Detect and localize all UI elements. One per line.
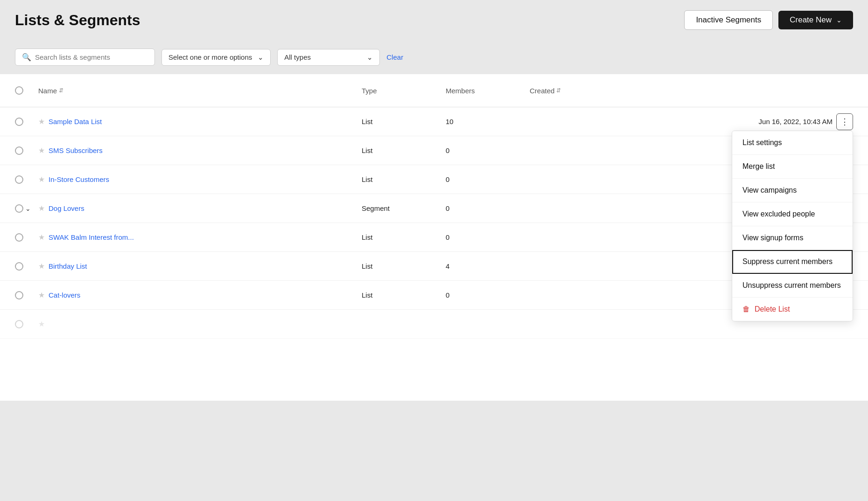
row-members: 0 — [446, 291, 449, 299]
row-checkbox[interactable] — [15, 204, 23, 213]
create-new-button[interactable]: Create New ⌄ — [778, 11, 853, 29]
row-checkbox[interactable] — [15, 175, 23, 184]
select-options-dropdown[interactable]: Select one or more options ⌄ — [161, 49, 271, 66]
row-members: 4 — [446, 262, 449, 270]
table-row: ★ Sample Data List List 10 Jun 16, 2022,… — [0, 107, 868, 136]
star-icon[interactable]: ★ — [38, 320, 45, 328]
star-icon[interactable]: ★ — [38, 146, 45, 155]
row-type: List — [362, 118, 372, 125]
all-types-dropdown[interactable]: All types ⌄ — [277, 49, 380, 66]
context-menu: List settings Merge list View campaigns … — [732, 131, 853, 321]
chevron-down-icon: ⌄ — [258, 53, 264, 62]
row-type: List — [362, 175, 372, 183]
col-header-members: Members — [446, 87, 530, 95]
context-menu-item-suppress-current[interactable]: Suppress current members — [732, 250, 853, 274]
row-checkbox[interactable] — [15, 146, 23, 155]
col-header-created: Created ⇵ — [530, 87, 853, 95]
row-checkbox[interactable] — [15, 118, 23, 126]
row-checkbox[interactable] — [15, 320, 23, 328]
content-area: Name ⇵ Type Members Created ⇵ ★ Sample D… — [0, 74, 868, 401]
row-type: List — [362, 262, 372, 270]
context-menu-item-view-excluded[interactable]: View excluded people — [732, 202, 853, 226]
inactive-segments-button[interactable]: Inactive Segments — [684, 10, 773, 30]
expand-chevron-icon[interactable]: ⌄ — [25, 205, 31, 212]
row-created: Jun 16, 2022, 10:43 AM — [759, 118, 833, 125]
header-actions: Inactive Segments Create New ⌄ — [684, 10, 853, 30]
context-menu-item-unsuppress-current[interactable]: Unsuppress current members — [732, 274, 853, 298]
search-icon: 🔍 — [22, 53, 31, 62]
star-icon[interactable]: ★ — [38, 117, 45, 126]
context-menu-item-delete-list[interactable]: 🗑 Delete List — [732, 298, 853, 321]
row-type: List — [362, 146, 372, 154]
page-title: Lists & Segments — [15, 12, 140, 29]
row-name-link[interactable]: Cat-lovers — [49, 291, 80, 299]
col-header-name: Name ⇵ — [38, 87, 362, 95]
row-checkbox[interactable] — [15, 291, 23, 299]
search-input[interactable] — [35, 53, 148, 61]
context-menu-item-merge-list[interactable]: Merge list — [732, 155, 853, 179]
chevron-down-icon: ⌄ — [367, 53, 373, 62]
star-icon[interactable]: ★ — [38, 175, 45, 184]
search-input-wrap: 🔍 — [15, 49, 155, 66]
row-name-link[interactable]: Dog Lovers — [49, 204, 84, 212]
row-members: 0 — [446, 175, 449, 183]
star-icon[interactable]: ★ — [38, 291, 45, 299]
row-type: Segment — [362, 204, 390, 212]
row-checkbox[interactable] — [15, 262, 23, 271]
star-icon[interactable]: ★ — [38, 262, 45, 271]
row-members: 0 — [446, 146, 449, 154]
context-menu-item-view-campaigns[interactable]: View campaigns — [732, 179, 853, 202]
sort-icon-name[interactable]: ⇵ — [59, 87, 63, 94]
row-members: 0 — [446, 204, 449, 212]
sort-icon-created[interactable]: ⇵ — [556, 87, 561, 94]
row-name-link[interactable]: In-Store Customers — [49, 175, 109, 183]
row-type: List — [362, 291, 372, 299]
filter-bar: 🔍 Select one or more options ⌄ All types… — [0, 40, 868, 74]
row-members: 10 — [446, 118, 454, 125]
row-type: List — [362, 233, 372, 241]
col-header-type: Type — [362, 87, 446, 95]
chevron-down-icon: ⌄ — [836, 16, 842, 24]
row-name-link[interactable]: Birthday List — [49, 262, 87, 270]
row-checkbox[interactable] — [15, 233, 23, 242]
context-menu-item-view-signup-forms[interactable]: View signup forms — [732, 226, 853, 250]
row-members: 0 — [446, 233, 449, 241]
row-name-link[interactable]: SWAK Balm Interest from... — [49, 233, 134, 241]
table-header: Name ⇵ Type Members Created ⇵ — [0, 74, 868, 107]
context-menu-item-list-settings[interactable]: List settings — [732, 131, 853, 155]
clear-button[interactable]: Clear — [386, 53, 403, 61]
star-icon[interactable]: ★ — [38, 204, 45, 213]
select-all-checkbox[interactable] — [15, 86, 23, 95]
page-header: Lists & Segments Inactive Segments Creat… — [0, 0, 868, 40]
row-name-link[interactable]: SMS Subscribers — [49, 146, 103, 154]
row-name-link[interactable]: Sample Data List — [49, 118, 102, 125]
more-options-button[interactable]: ⋮ — [836, 113, 853, 130]
star-icon[interactable]: ★ — [38, 233, 45, 242]
trash-icon: 🗑 — [742, 305, 750, 313]
